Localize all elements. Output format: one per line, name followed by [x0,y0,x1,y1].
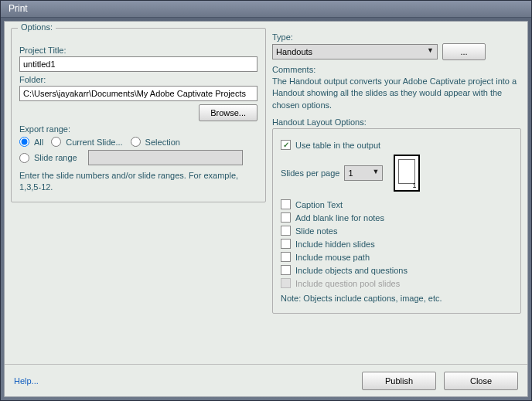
layout-options-label: Handout Layout Options: [272,117,521,127]
radio-all[interactable] [19,137,29,147]
folder-input[interactable] [19,86,257,101]
comments-label: Comments: [272,65,521,74]
include-mouse-row[interactable]: Include mouse path [281,252,513,262]
type-options-button[interactable]: ... [442,43,486,60]
window-title: Print [9,3,28,14]
include-hidden-label: Include hidden slides [295,240,375,249]
folder-label: Folder: [19,75,257,84]
radio-current-label[interactable]: Current Slide... [51,137,122,147]
radio-slide-range-label[interactable]: Slide range [19,153,77,163]
caption-text-checkbox[interactable] [281,199,291,209]
type-select[interactable]: Handouts [272,44,438,59]
titlebar[interactable]: Print [1,1,531,18]
include-mouse-label: Include mouse path [295,253,370,262]
layout-thumbnail-slide [398,159,415,184]
layout-thumbnail-number: 1 [412,182,416,189]
publish-button[interactable]: Publish [362,372,436,390]
slides-per-page-select[interactable]: 1 [344,165,383,181]
include-mouse-checkbox[interactable] [281,252,291,262]
add-blank-row[interactable]: Add blank line for notes [281,212,513,223]
include-hidden-row[interactable]: Include hidden slides [281,239,513,249]
use-table-label: Use table in the output [295,141,380,150]
type-label: Type: [272,32,521,42]
footer: Help... Publish Close [5,364,527,396]
radio-selection-label[interactable]: Selection [131,137,180,147]
options-title: Options: [18,22,56,32]
include-hidden-checkbox[interactable] [281,239,291,249]
slide-notes-row[interactable]: Slide notes [281,226,513,236]
export-range-row2: Slide range [19,150,257,165]
caption-text-label: Caption Text [295,200,343,209]
include-objects-label: Include objects and questions [295,266,408,275]
add-blank-label: Add blank line for notes [295,213,384,223]
radio-all-label[interactable]: All [19,137,43,147]
objects-note: Note: Objects include captions, image, e… [281,293,513,304]
project-title-input[interactable] [19,56,257,72]
right-panel: Type: Handouts ... Comments: The Handout… [272,28,521,358]
use-table-checkbox[interactable] [281,140,291,150]
type-select-wrap: Handouts [272,44,438,59]
export-hint: Enter the slide numbers and/or slide ran… [19,170,257,194]
footer-buttons: Publish Close [362,372,518,390]
slide-notes-checkbox[interactable] [281,226,291,236]
radio-current[interactable] [51,137,61,147]
include-objects-checkbox[interactable] [281,265,291,275]
caption-text-row[interactable]: Caption Text [281,199,513,209]
slide-range-input[interactable] [88,150,243,165]
layout-thumbnail: 1 [394,155,420,192]
comments-text: The Handout output converts your Adobe C… [272,76,521,111]
add-blank-checkbox[interactable] [281,212,291,223]
help-link[interactable]: Help... [14,376,39,386]
include-pool-row: Include question pool slides [281,278,513,288]
layout-options-group: Use table in the output Slides per page … [272,128,521,313]
client-area: Options: Project Title: Folder: Browse..… [4,21,528,397]
slides-per-page-label: Slides per page [281,168,339,178]
slide-notes-label: Slide notes [295,226,337,236]
close-button[interactable]: Close [444,372,518,390]
include-pool-checkbox [281,278,291,288]
slides-per-page-select-wrap: 1 [344,165,383,181]
radio-slide-range[interactable] [19,153,29,163]
body: Options: Project Title: Folder: Browse..… [5,22,527,364]
export-range-label: Export range: [19,124,257,134]
browse-button[interactable]: Browse... [199,104,257,121]
include-pool-label: Include question pool slides [295,279,400,288]
print-dialog: Print Options: Project Title: Folder: Br… [0,0,532,401]
export-range-row1: All Current Slide... Selection [19,137,257,147]
options-group: Options: Project Title: Folder: Browse..… [11,28,266,202]
slides-per-page-row: Slides per page 1 1 [281,155,513,192]
include-objects-row[interactable]: Include objects and questions [281,265,513,275]
type-row: Handouts ... [272,43,521,60]
project-title-label: Project Title: [19,46,257,55]
use-table-row[interactable]: Use table in the output [281,140,513,150]
radio-selection[interactable] [131,137,141,147]
left-panel: Options: Project Title: Folder: Browse..… [11,28,266,358]
